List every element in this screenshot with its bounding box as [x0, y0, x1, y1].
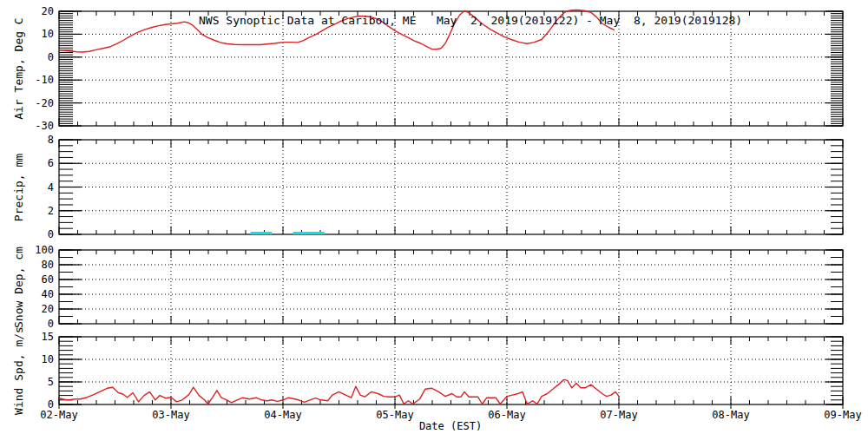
y-tick-label: 8: [48, 134, 54, 146]
y-tick-label: 20: [42, 303, 54, 315]
y-tick-label: -20: [35, 97, 54, 109]
y-tick-label: 20: [42, 5, 54, 17]
y-tick-label: 2: [48, 205, 54, 217]
synoptic-plot-figure: 20100-10-20-308642010080604020015105002-…: [0, 0, 868, 434]
y-tick-label: 100: [35, 244, 54, 256]
y-tick-label: 10: [42, 28, 54, 40]
precipitation-bar: [251, 232, 273, 234]
x-tick-label: 09-May: [824, 409, 861, 421]
y-tick-label: 6: [48, 157, 54, 169]
y-tick-label: 0: [48, 228, 54, 240]
x-tick-label: 03-May: [152, 409, 189, 421]
x-tick-label: 04-May: [264, 409, 301, 421]
y-tick-label: -10: [35, 74, 54, 86]
x-tick-label: 05-May: [376, 409, 413, 421]
y-tick-label: 4: [48, 181, 54, 194]
y-tick-label: 0: [48, 318, 54, 330]
y-axis-label-snow-depth: Snow Dep, cm: [11, 240, 27, 335]
y-tick-label: -30: [35, 120, 54, 132]
y-tick-label: 15: [42, 331, 54, 343]
y-tick-label: 40: [42, 288, 54, 300]
chart-title: NWS Synoptic Data at Caribou, ME May 2, …: [199, 14, 742, 27]
y-axis-label-wind-speed: Wind Spd, m/s: [11, 323, 27, 418]
x-tick-label: 08-May: [712, 409, 749, 421]
y-tick-label: 10: [42, 353, 54, 365]
x-tick-label: 07-May: [600, 409, 637, 421]
y-axis-label-precip: Precip, mm: [11, 140, 27, 235]
y-axis-label-air-temp: Air Temp, Deg C: [11, 8, 27, 129]
precipitation-bar: [293, 232, 325, 234]
x-tick-label: 06-May: [488, 409, 525, 421]
y-tick-label: 5: [48, 376, 54, 388]
x-axis-label: Date (EST): [364, 420, 537, 432]
chart-canvas: 20100-10-20-308642010080604020015105002-…: [0, 0, 868, 434]
y-tick-label: 80: [42, 259, 54, 271]
x-tick-label: 02-May: [40, 409, 77, 421]
y-tick-label: 60: [42, 273, 54, 286]
y-tick-label: 0: [48, 51, 54, 63]
